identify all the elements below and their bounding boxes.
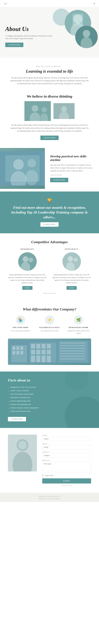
practical-body: Duis aute irure dolor in reprehenderit i… [50, 164, 94, 172]
svg-rect-3 [72, 14, 83, 26]
hero-decorative-circles [49, 7, 99, 52]
diff-icon-2: ⚡ [45, 315, 54, 324]
hero-section: About Us UI designer, photographer and t… [0, 7, 99, 58]
svg-rect-32 [16, 346, 19, 350]
svg-rect-43 [36, 350, 40, 354]
competitive-col1-title: DURABILITY [8, 248, 47, 250]
svg-rect-52 [60, 345, 85, 346]
svg-point-19 [28, 159, 36, 167]
contact-section: Name Email Subject Message I agree to th… [0, 428, 99, 493]
diverse-section: We believe in diverse thinking We take p… [0, 92, 99, 145]
flexibility-icon: ⚡ [47, 318, 52, 322]
diff-col-onestop: 🏪 One-stop-shop Are we one sou the all w… [8, 315, 33, 334]
competitive-grid: DURABILITY Adipiscing bibendum sed ultri… [8, 248, 91, 290]
footer-links: Privacy Policy | Terms & Conditions [8, 498, 91, 499]
svg-rect-36 [20, 351, 23, 354]
svg-rect-44 [42, 350, 46, 354]
competitive-img-1 [18, 252, 37, 271]
svg-point-20 [25, 170, 38, 185]
differentiates-building-image [8, 338, 91, 365]
svg-point-26 [68, 256, 73, 262]
diverse-images [8, 101, 91, 121]
contact-image-wrapper [8, 434, 37, 472]
practical-cta-button[interactable]: LEARN MORE [50, 178, 68, 182]
diff-col2-title: Flexibility & pace [37, 326, 62, 328]
practical-image [0, 148, 45, 189]
why-eyebrow: WHY WE LOVE LEARNING... [8, 66, 91, 68]
form-name-label: Name [42, 434, 91, 436]
svg-rect-39 [36, 344, 40, 348]
navbar: logo ≡ [0, 0, 99, 7]
svg-rect-35 [16, 351, 19, 354]
contact-form: Name Email Subject Message I agree to th… [42, 434, 91, 486]
svg-point-17 [13, 159, 24, 170]
competitive-col1-body: Adipiscing bibendum sed ultrices integer… [8, 274, 47, 284]
practical-content: Develop practical new skills anytime Dui… [45, 148, 99, 189]
svg-rect-33 [20, 346, 23, 350]
diff-col1-body: Are we one sou the all what us [8, 330, 33, 332]
competitive-title: Competitive Advantages [8, 240, 91, 244]
facts-section: Facts about us Headquarters in UK, US & … [0, 372, 99, 428]
svg-rect-49 [47, 356, 51, 362]
svg-rect-38 [31, 344, 35, 348]
diff-col-flexibility: ⚡ Flexibility & pace are content to how … [37, 315, 62, 334]
form-agree-checkbox[interactable] [42, 475, 44, 476]
svg-rect-51 [60, 342, 85, 344]
facts-cta-button[interactable]: LEARN MORE [8, 417, 26, 422]
svg-rect-56 [60, 356, 85, 357]
practical-person-image [0, 148, 45, 189]
hero-title: About Us [5, 26, 53, 32]
differentiates-title: What differentiates Our Company? [8, 307, 91, 312]
form-message-label: Message [42, 460, 91, 461]
form-subject-label: Subject [42, 451, 91, 453]
hero-cta-button[interactable]: LEARN MORE [5, 42, 23, 47]
svg-rect-31 [12, 346, 15, 350]
competitive-col1-more-button[interactable]: MORE [22, 286, 32, 290]
onestop-icon: 🏪 [18, 318, 23, 322]
svg-rect-34 [12, 351, 15, 354]
form-name-input[interactable] [42, 437, 91, 441]
form-email-input[interactable] [42, 445, 91, 449]
practical-title: Develop practical new skills anytime [50, 154, 94, 162]
svg-rect-40 [42, 344, 46, 348]
svg-point-8 [32, 105, 38, 112]
awards-cta-button[interactable]: LEARN MORE [40, 222, 58, 227]
diff-col3-title: Humanizing work [66, 326, 91, 328]
svg-rect-54 [60, 350, 85, 352]
form-email-row: Email [42, 443, 91, 449]
facts-item-1: Headquarters in UK, US & Germany [8, 386, 91, 389]
svg-rect-46 [31, 356, 35, 362]
svg-rect-42 [31, 350, 35, 354]
form-message-textarea[interactable] [42, 462, 91, 472]
form-subject-row: Subject [42, 451, 91, 458]
footer: Copyright © 2023 All Rights Reserved Pri… [0, 493, 99, 502]
svg-point-5 [83, 30, 90, 37]
awards-section: 🏆 Find out more about our awards & recog… [0, 192, 99, 233]
diff-icon-3: 🌿 [74, 315, 83, 324]
hero-circle-medium [75, 26, 98, 48]
form-email-label: Email [42, 443, 91, 444]
footer-copyright: Copyright © 2023 All Rights Reserved [8, 495, 91, 497]
form-submit-button[interactable]: SUBMIT [42, 478, 91, 484]
diverse-body: We take pursuit with the agency that do … [10, 124, 89, 132]
diverse-cta-button[interactable]: LEARN MORE [40, 136, 58, 140]
logo: logo [4, 2, 7, 4]
diverse-image-1 [24, 101, 51, 121]
contact-person-image [8, 434, 37, 472]
awards-icon: 🏆 [8, 198, 91, 203]
svg-rect-53 [60, 348, 85, 349]
competitive-col2-more-button[interactable]: MORE [66, 286, 77, 290]
svg-rect-57 [60, 358, 85, 360]
svg-point-28 [74, 258, 78, 262]
form-subject-input[interactable] [42, 453, 91, 458]
why-title: Learning is essential to life [8, 69, 91, 74]
menu-icon[interactable]: ≡ [94, 2, 95, 5]
diff-col2-body: are content to how we work [37, 330, 62, 332]
svg-rect-47 [36, 356, 40, 362]
humanizing-icon: 🌿 [76, 318, 81, 322]
form-name-row: Name [42, 434, 91, 441]
diverse-image-2 [54, 103, 74, 119]
why-body: We take pursuit with the agency that do … [10, 76, 89, 85]
svg-point-10 [42, 107, 47, 112]
svg-point-61 [18, 441, 27, 449]
